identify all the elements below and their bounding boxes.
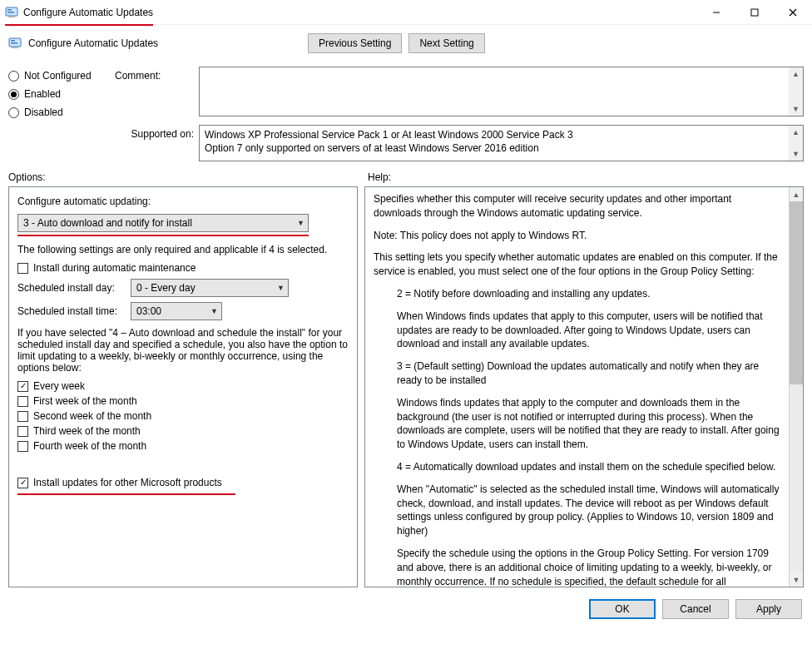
- supported-on-box: Windows XP Professional Service Pack 1 o…: [199, 125, 804, 161]
- checkbox-label: Install during automatic maintenance: [33, 262, 196, 274]
- next-setting-button[interactable]: Next Setting: [408, 33, 484, 53]
- chevron-down-icon: ▼: [210, 307, 218, 315]
- column-headers: Options: Help:: [0, 166, 812, 186]
- checkbox-icon: [17, 263, 28, 274]
- options-note: The following settings are only required…: [17, 244, 349, 255]
- options-pane: Configure automatic updating: 3 - Auto d…: [8, 186, 358, 587]
- maximize-button[interactable]: [735, 0, 774, 25]
- help-text: Specify the schedule using the options i…: [374, 547, 780, 587]
- checkbox-first-week[interactable]: First week of the month: [17, 395, 349, 407]
- checkbox-third-week[interactable]: Third week of the month: [17, 425, 349, 437]
- dropdown-value: 0 - Every day: [136, 282, 196, 294]
- apply-button[interactable]: Apply: [735, 599, 802, 619]
- setting-name: Configure Automatic Updates: [28, 37, 158, 49]
- checkbox-label: Fourth week of the month: [33, 440, 146, 452]
- configure-updating-label: Configure automatic updating:: [17, 196, 349, 207]
- checkbox-second-week[interactable]: Second week of the month: [17, 410, 349, 422]
- scheduled-day-label: Scheduled install day:: [17, 282, 126, 294]
- comment-label: Comment:: [115, 67, 194, 116]
- checkbox-label: Install updates for other Microsoft prod…: [33, 477, 222, 488]
- scroll-down-icon[interactable]: ▼: [790, 572, 803, 587]
- dropdown-value: 03:00: [136, 305, 161, 317]
- state-radios: Not Configured Enabled Disabled: [8, 67, 106, 161]
- comment-textarea[interactable]: ▲▼: [199, 67, 804, 116]
- scheduled-time-label: Scheduled install time:: [17, 305, 126, 317]
- minimize-button[interactable]: [697, 0, 735, 25]
- policy-icon: [5, 6, 18, 19]
- radio-not-configured[interactable]: Not Configured: [8, 70, 106, 82]
- svg-rect-5: [751, 9, 758, 16]
- help-text: When "Automatic" is selected as the sche…: [374, 483, 780, 538]
- radio-label: Not Configured: [24, 70, 92, 82]
- checkbox-icon: [17, 441, 28, 452]
- checkbox-label: First week of the month: [33, 395, 137, 407]
- help-column-label: Help:: [368, 171, 391, 183]
- dropdown-value: 3 - Auto download and notify for install: [23, 217, 192, 229]
- svg-rect-3: [8, 16, 15, 17]
- supported-line: Option 7 only supported on servers of at…: [205, 141, 788, 155]
- checkbox-fourth-week[interactable]: Fourth week of the month: [17, 440, 349, 452]
- options-column-label: Options:: [8, 171, 368, 183]
- svg-rect-9: [11, 40, 15, 42]
- scroll-thumb[interactable]: [790, 201, 803, 384]
- policy-icon: [8, 37, 22, 50]
- window-title: Configure Automatic Updates: [23, 7, 153, 18]
- help-text: 4 = Automatically download updates and i…: [374, 460, 780, 474]
- checkbox-every-week[interactable]: Every week: [17, 380, 349, 392]
- help-text: This setting lets you specify whether au…: [374, 250, 780, 279]
- ok-button[interactable]: OK: [589, 599, 656, 619]
- checkbox-label: Second week of the month: [33, 410, 151, 422]
- state-comment-area: Not Configured Enabled Disabled Comment:…: [0, 62, 812, 166]
- help-text: 2 = Notify before downloading and instal…: [374, 287, 780, 301]
- checkbox-icon: [17, 426, 28, 437]
- checkbox-icon: [17, 478, 28, 488]
- chevron-down-icon: ▼: [277, 284, 285, 292]
- help-text: 3 = (Default setting) Download the updat…: [374, 359, 780, 388]
- scrollbar[interactable]: ▲ ▼: [789, 187, 803, 587]
- radio-icon: [8, 89, 19, 100]
- checkbox-label: Every week: [33, 380, 85, 392]
- checkbox-install-during-maintenance[interactable]: Install during automatic maintenance: [17, 262, 349, 274]
- help-text: Note: This policy does not apply to Wind…: [374, 229, 780, 243]
- header: Configure Automatic Updates Previous Set…: [0, 25, 812, 62]
- help-pane: Specifies whether this computer will rec…: [364, 186, 804, 587]
- scheduled-time-dropdown[interactable]: 03:00 ▼: [131, 302, 222, 320]
- help-text: When Windows finds updates that apply to…: [374, 310, 780, 351]
- configure-updating-dropdown[interactable]: 3 - Auto download and notify for install…: [17, 214, 309, 232]
- checkbox-label: Third week of the month: [33, 425, 141, 437]
- scrollbar[interactable]: ▲▼: [789, 67, 803, 116]
- cancel-button[interactable]: Cancel: [662, 599, 729, 619]
- help-text: Windows finds updates that apply to the …: [374, 396, 780, 452]
- radio-enabled[interactable]: Enabled: [8, 88, 106, 100]
- scheduled-day-dropdown[interactable]: 0 - Every day ▼: [131, 279, 289, 297]
- radio-icon: [8, 107, 19, 118]
- checkbox-other-ms-products[interactable]: Install updates for other Microsoft prod…: [17, 477, 349, 488]
- svg-rect-1: [7, 9, 12, 11]
- checkbox-icon: [17, 381, 28, 392]
- svg-rect-2: [7, 12, 14, 13]
- checkbox-icon: [17, 396, 28, 407]
- radio-label: Disabled: [24, 107, 63, 118]
- scrollbar[interactable]: ▲▼: [789, 126, 803, 161]
- radio-icon: [8, 71, 19, 82]
- dialog-footer: OK Cancel Apply: [0, 594, 812, 627]
- title-bar: Configure Automatic Updates: [0, 0, 812, 25]
- svg-rect-10: [11, 42, 17, 44]
- radio-disabled[interactable]: Disabled: [8, 107, 106, 118]
- previous-setting-button[interactable]: Previous Setting: [308, 33, 402, 53]
- checkbox-icon: [17, 411, 28, 422]
- supported-label: Supported on:: [115, 125, 194, 161]
- help-text: Specifies whether this computer will rec…: [374, 192, 780, 220]
- supported-line: Windows XP Professional Service Pack 1 o…: [205, 128, 788, 141]
- radio-label: Enabled: [24, 88, 61, 100]
- limit-occurrence-text: If you have selected "4 – Auto download …: [17, 327, 349, 374]
- close-button[interactable]: [774, 0, 812, 25]
- svg-rect-11: [12, 47, 18, 48]
- chevron-down-icon: ▼: [297, 219, 304, 227]
- window-caption-buttons: [697, 0, 812, 25]
- scroll-up-icon[interactable]: ▲: [790, 187, 803, 201]
